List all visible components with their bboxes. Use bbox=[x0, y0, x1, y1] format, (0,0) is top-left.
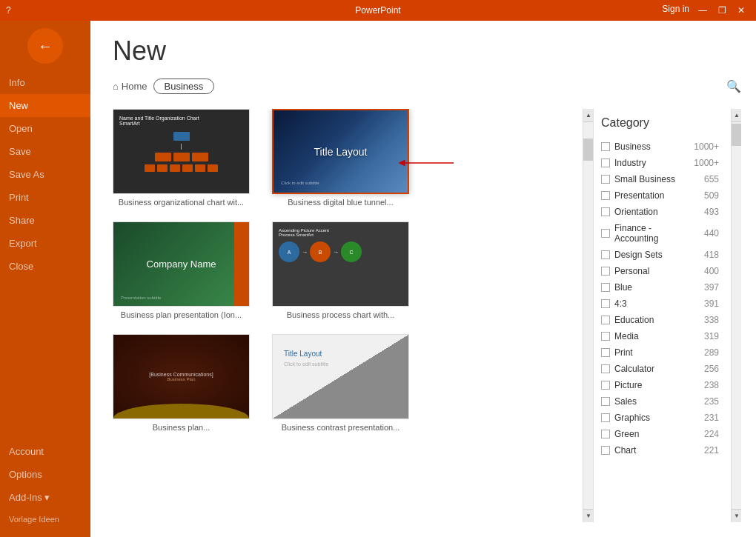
category-checkbox[interactable] bbox=[601, 430, 610, 438]
sidebar-item-print[interactable]: Print bbox=[0, 186, 90, 209]
right-scrollbar[interactable]: ▲ ▼ bbox=[731, 109, 741, 522]
category-item[interactable]: Business 1000+ bbox=[601, 139, 719, 155]
template-item-business-plan[interactable]: [Business Communications] Business Plan … bbox=[113, 334, 250, 432]
category-checkbox[interactable] bbox=[601, 299, 610, 308]
category-checkbox[interactable] bbox=[601, 413, 610, 422]
category-name: Chart bbox=[614, 445, 693, 456]
breadcrumb-home[interactable]: ⌂ Home bbox=[113, 81, 147, 92]
sidebar-bottom: Account Options Add-Ins ▾ Vorlage Ideen bbox=[0, 440, 90, 537]
scroll-thumb[interactable] bbox=[583, 139, 594, 161]
sidebar-item-share[interactable]: Share bbox=[0, 209, 90, 232]
category-item[interactable]: Graphics 231 bbox=[601, 410, 719, 426]
category-count: 400 bbox=[693, 266, 719, 276]
template-item-company-name[interactable]: Company Name Presentation subtitle Busin… bbox=[113, 221, 250, 319]
category-count: 391 bbox=[693, 298, 719, 309]
scroll-up-button[interactable]: ▲ bbox=[583, 109, 594, 122]
process-arrow: → bbox=[302, 249, 308, 256]
template-item-blue-tunnel[interactable]: Title Layout Click to edit subtitle Busi… bbox=[272, 109, 409, 207]
sidebar-item-label: Save As bbox=[9, 169, 44, 180]
category-item[interactable]: Print 289 bbox=[601, 344, 719, 361]
category-item[interactable]: Calculator 256 bbox=[601, 361, 719, 377]
sidebar-item-save[interactable]: Save bbox=[0, 140, 90, 163]
search-icon[interactable]: 🔍 bbox=[726, 79, 741, 93]
category-item[interactable]: Small Business 655 bbox=[601, 171, 719, 187]
home-icon: ⌂ bbox=[113, 81, 119, 92]
category-item[interactable]: Orientation 493 bbox=[601, 204, 719, 220]
minimize-button[interactable]: — bbox=[694, 4, 712, 17]
category-checkbox[interactable] bbox=[601, 175, 610, 184]
main-scrollbar[interactable]: ▲ ▼ bbox=[583, 109, 593, 522]
help-icon[interactable]: ? bbox=[6, 5, 11, 16]
category-checkbox[interactable] bbox=[601, 397, 610, 406]
template-item-contrast[interactable]: Title Layout Click to edit subtitle Busi… bbox=[272, 334, 409, 432]
category-checkbox[interactable] bbox=[601, 332, 610, 341]
category-item[interactable]: Green 224 bbox=[601, 426, 719, 442]
maximize-button[interactable]: ❐ bbox=[713, 4, 731, 17]
sidebar-item-open[interactable]: Open bbox=[0, 117, 90, 140]
category-item[interactable]: 4:3 391 bbox=[601, 296, 719, 312]
sidebar-footer-label: Vorlage Ideen bbox=[0, 509, 90, 530]
content-inner: New ⌂ Home Business 🔍 bbox=[90, 21, 756, 537]
sidebar-item-info[interactable]: Info bbox=[0, 71, 90, 94]
category-item[interactable]: Chart 221 bbox=[601, 442, 719, 458]
plan-arc bbox=[113, 404, 249, 418]
category-item[interactable]: Media 319 bbox=[601, 328, 719, 344]
category-count: 509 bbox=[693, 190, 719, 201]
category-item[interactable]: Picture 238 bbox=[601, 377, 719, 393]
back-button[interactable]: ← bbox=[27, 28, 63, 64]
category-item[interactable]: Education 338 bbox=[601, 312, 719, 328]
category-checkbox[interactable] bbox=[601, 267, 610, 276]
category-name: Personal bbox=[614, 266, 693, 276]
category-item[interactable]: Blue 397 bbox=[601, 279, 719, 296]
right-scroll-thumb[interactable] bbox=[732, 124, 741, 146]
template-label: Business plan... bbox=[113, 423, 250, 432]
sidebar-item-label: Open bbox=[9, 123, 33, 134]
template-label: Business organizational chart wit... bbox=[113, 198, 250, 207]
template-label: Business contrast presentation... bbox=[272, 423, 409, 432]
sidebar-item-options[interactable]: Options bbox=[0, 463, 90, 486]
category-name: Blue bbox=[614, 282, 693, 293]
breadcrumb-current[interactable]: Business bbox=[153, 79, 215, 94]
category-name: Small Business bbox=[614, 174, 693, 184]
right-scroll-up[interactable]: ▲ bbox=[732, 109, 741, 122]
template-item-org-chart[interactable]: Name and Title Organization ChartSmartAr… bbox=[113, 109, 250, 207]
sidebar-item-saveas[interactable]: Save As bbox=[0, 163, 90, 186]
category-count: 397 bbox=[693, 282, 719, 293]
sidebar-item-new[interactable]: New bbox=[0, 94, 90, 117]
category-name: Graphics bbox=[614, 413, 693, 423]
category-checkbox[interactable] bbox=[601, 191, 610, 200]
category-checkbox[interactable] bbox=[601, 446, 610, 455]
category-count: 440 bbox=[693, 228, 719, 239]
category-item[interactable]: Presentation 509 bbox=[601, 187, 719, 204]
category-item[interactable]: Personal 400 bbox=[601, 263, 719, 279]
category-item[interactable]: Sales 235 bbox=[601, 393, 719, 410]
category-list: Business 1000+ Industry 1000+ Small Busi… bbox=[601, 139, 719, 458]
sidebar-item-export[interactable]: Export bbox=[0, 232, 90, 255]
category-checkbox[interactable] bbox=[601, 381, 610, 390]
process-circle: C bbox=[341, 241, 362, 262]
sign-in-button[interactable]: Sign in bbox=[662, 4, 689, 17]
sidebar-item-account[interactable]: Account bbox=[0, 440, 90, 463]
category-checkbox[interactable] bbox=[601, 250, 610, 259]
right-scroll-down[interactable]: ▼ bbox=[732, 509, 741, 522]
category-item[interactable]: Design Sets 418 bbox=[601, 247, 719, 263]
scroll-down-button[interactable]: ▼ bbox=[583, 509, 594, 522]
sidebar-item-label: New bbox=[9, 100, 28, 111]
category-item[interactable]: Industry 1000+ bbox=[601, 155, 719, 171]
category-checkbox[interactable] bbox=[601, 364, 610, 373]
category-checkbox[interactable] bbox=[601, 142, 610, 151]
category-checkbox[interactable] bbox=[601, 159, 610, 167]
category-checkbox[interactable] bbox=[601, 229, 610, 238]
org-boxes bbox=[119, 132, 243, 172]
category-checkbox[interactable] bbox=[601, 316, 610, 324]
close-button[interactable]: ✕ bbox=[732, 4, 750, 17]
category-checkbox[interactable] bbox=[601, 283, 610, 292]
sidebar-item-close[interactable]: Close bbox=[0, 255, 90, 278]
category-checkbox[interactable] bbox=[601, 348, 610, 357]
category-name: Calculator bbox=[614, 364, 693, 374]
sidebar-item-label: Print bbox=[9, 192, 29, 203]
category-item[interactable]: Finance - Accounting 440 bbox=[601, 220, 719, 247]
template-item-process-chart[interactable]: Ascending Picture AccentProcess SmartArt… bbox=[272, 221, 409, 319]
category-checkbox[interactable] bbox=[601, 207, 610, 216]
sidebar-item-addins[interactable]: Add-Ins ▾ bbox=[0, 486, 90, 509]
